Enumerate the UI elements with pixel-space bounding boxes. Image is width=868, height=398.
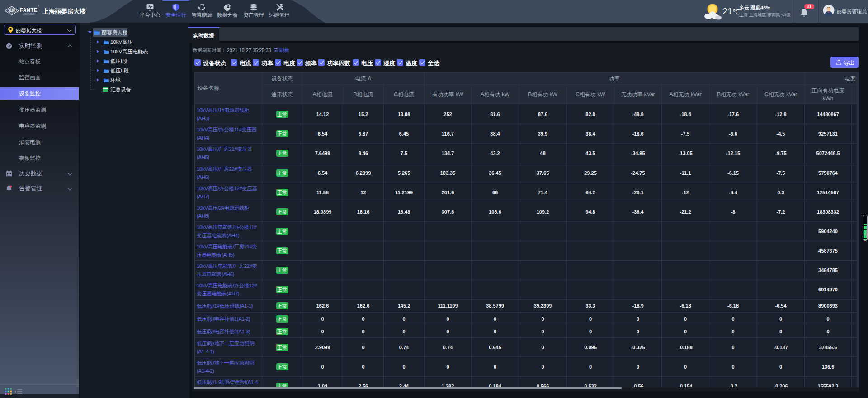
svg-text:FANTE: FANTE [20, 7, 38, 13]
svg-text:— 息联万未来 /—: — 息联万未来 /— [19, 13, 38, 15]
svg-text:®: ® [38, 5, 40, 7]
svg-text:风特: 风特 [8, 9, 15, 13]
